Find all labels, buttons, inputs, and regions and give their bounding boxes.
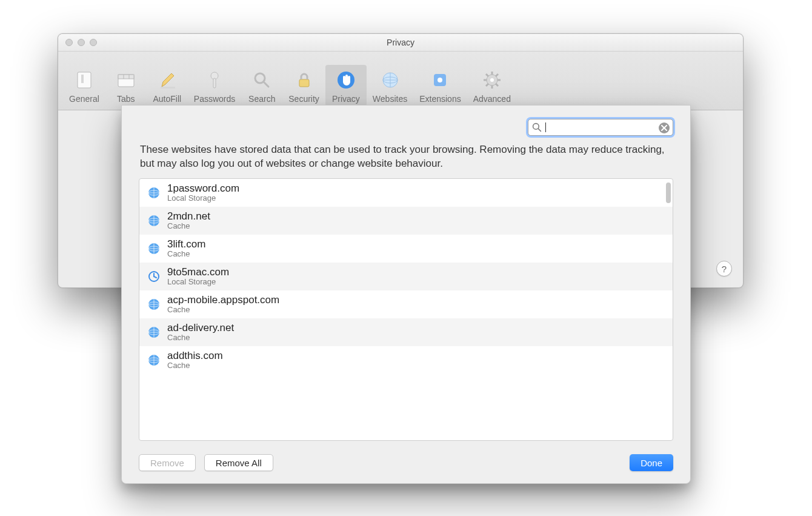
svg-rect-1 [81,75,84,83]
hand-icon [334,69,358,92]
website-list: 1password.comLocal Storage2mdn.netCache3… [139,178,673,441]
svg-line-31 [538,129,541,131]
tab-extensions[interactable]: Extensions [413,65,467,106]
website-detail: Cache [167,250,205,259]
website-domain: addthis.com [167,350,223,362]
tab-general[interactable]: General [63,65,105,106]
svg-line-28 [496,74,498,76]
svg-line-26 [486,74,488,76]
svg-line-11 [264,82,268,87]
tab-label: Tabs [117,94,135,104]
scrollbar-thumb[interactable] [666,183,671,203]
window-title: Privacy [58,34,743,51]
tab-label: Websites [373,94,407,104]
globe-icon [378,69,402,92]
tab-label: Advanced [473,94,511,104]
key-icon [202,69,227,92]
svg-rect-12 [299,79,309,87]
titlebar: Privacy [58,34,743,52]
svg-rect-7 [161,87,175,89]
tab-label: Passwords [194,94,235,104]
search-icon [532,122,542,132]
globe-icon [148,215,160,227]
svg-point-30 [533,124,539,130]
tab-autofill[interactable]: AutoFill [147,65,188,106]
website-row[interactable]: addthis.comCache [139,346,673,374]
svg-point-21 [490,78,494,82]
website-row[interactable]: ad-delivery.netCache [139,318,673,346]
svg-marker-6 [162,73,174,87]
website-row[interactable]: 9to5mac.comLocal Storage [139,263,673,290]
website-domain: 2mdn.net [167,210,210,223]
manage-website-data-sheet: These websites have stored data that can… [121,105,691,484]
switch-icon [72,69,96,92]
tabs-icon [114,69,138,92]
gear-icon [480,69,504,92]
sheet-footer: Remove Remove All Done [139,454,673,471]
website-domain: 1password.com [167,183,239,195]
website-detail: Local Storage [167,278,229,287]
website-row[interactable]: 3lift.comCache [139,235,673,263]
tab-privacy[interactable]: Privacy [325,65,367,106]
svg-line-27 [496,84,498,86]
tab-label: AutoFill [153,94,181,104]
website-list-scroll[interactable]: 1password.comLocal Storage2mdn.netCache3… [139,179,673,440]
website-detail: Local Storage [167,194,239,203]
svg-rect-3 [118,75,134,79]
website-row[interactable]: 1password.comLocal Storage [139,179,673,207]
website-domain: ad-delivery.net [167,322,234,334]
close-icon [661,125,667,131]
website-domain: acp-mobile.appspot.com [167,294,279,306]
done-button[interactable]: Done [630,454,673,471]
preferences-toolbar: General Tabs AutoFill Passwords [58,52,743,110]
pencil-icon [155,69,179,92]
help-button[interactable]: ? [716,261,732,276]
svg-line-29 [486,84,488,86]
svg-line-48 [154,276,156,278]
website-domain: 3lift.com [167,238,205,250]
globe-icon [148,243,160,255]
website-detail: Cache [167,361,223,370]
tab-label: General [69,94,99,104]
description-text: These websites have stored data that can… [140,143,672,171]
tab-advanced[interactable]: Advanced [467,65,517,106]
tab-search[interactable]: Search [241,65,282,106]
tab-label: Security [288,94,319,104]
remove-button[interactable]: Remove [139,454,196,471]
svg-rect-9 [213,78,216,88]
website-row[interactable]: acp-mobile.appspot.comCache [139,290,673,318]
globe-icon [148,354,160,366]
globe-icon [148,326,160,338]
globe-icon [148,298,160,310]
clear-search-button[interactable] [659,122,670,133]
website-detail: Cache [167,306,279,315]
puzzle-icon [428,69,452,92]
website-domain: 9to5mac.com [167,266,229,278]
clock-icon [148,270,160,283]
tab-websites[interactable]: Websites [367,65,413,106]
website-detail: Cache [167,222,210,231]
svg-rect-0 [78,72,91,88]
tab-label: Privacy [332,94,360,104]
tab-label: Extensions [419,94,461,104]
remove-all-button[interactable]: Remove All [204,454,273,471]
search-field[interactable] [528,119,673,136]
website-detail: Cache [167,333,234,343]
website-row[interactable]: 2mdn.netCache [139,207,673,235]
globe-icon [148,187,160,199]
tab-security[interactable]: Security [282,65,325,106]
lock-icon [292,69,316,92]
tab-tabs[interactable]: Tabs [105,65,147,106]
tab-passwords[interactable]: Passwords [188,65,241,106]
tab-label: Search [248,94,275,104]
magnifying-glass-icon [250,69,274,92]
search-bar [528,119,673,136]
svg-point-19 [438,78,442,82]
